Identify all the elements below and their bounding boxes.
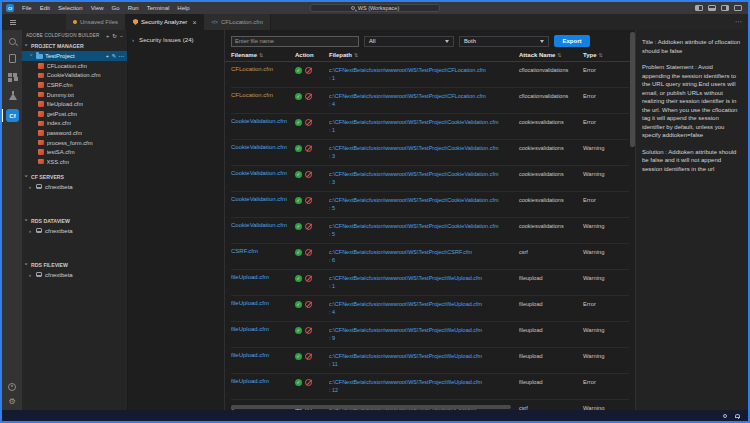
menu-item[interactable]: View: [87, 2, 108, 14]
issue-filepath-link[interactable]: c:\CFNextBeta\cfusion\wwwroot\WS\TestPro…: [329, 92, 519, 108]
issue-filepath-link[interactable]: c:\CFNextBeta\cfusion\wwwroot\WS\TestPro…: [329, 248, 519, 264]
issue-filename-link[interactable]: fileUpload.cfm: [231, 300, 295, 306]
accept-issue-icon[interactable]: [295, 145, 302, 152]
file-tree-item[interactable]: CookieValidation.cfm: [22, 71, 127, 81]
table-row[interactable]: CookieValidation.cfm c:\CFNextBeta\cfusi…: [231, 114, 629, 140]
toggle-sidebar-icon[interactable]: [695, 5, 703, 11]
issue-filename-link[interactable]: CookieValidation.cfm: [231, 118, 295, 124]
menu-item[interactable]: Go: [108, 2, 124, 14]
server-tree-item[interactable]: › cfnextbeta: [22, 270, 127, 280]
server-tree-item[interactable]: › cfnextbeta: [22, 226, 127, 236]
table-row[interactable]: CookieValidation.cfm c:\CFNextBeta\cfusi…: [231, 166, 629, 192]
dismiss-issue-icon[interactable]: [305, 301, 312, 308]
dismiss-issue-icon[interactable]: [305, 353, 312, 360]
table-row[interactable]: CFLocation.cfm c:\CFNextBeta\cfusion\www…: [231, 88, 629, 114]
collapse-all-icon[interactable]: −: [120, 33, 123, 39]
sort-icon[interactable]: ⇅: [599, 52, 603, 58]
issue-filepath-link[interactable]: c:\CFNextBeta\cfusion\wwwroot\WS\TestPro…: [329, 274, 519, 290]
menu-item[interactable]: Terminal: [143, 2, 174, 14]
issue-filename-link[interactable]: CookieValidation.cfm: [231, 196, 295, 202]
more-icon[interactable]: ⋯: [119, 53, 125, 59]
account-icon[interactable]: [8, 383, 16, 391]
issue-filename-link[interactable]: CookieValidation.cfm: [231, 222, 295, 228]
accept-issue-icon[interactable]: [295, 119, 302, 126]
table-row[interactable]: CookieValidation.cfm c:\CFNextBeta\cfusi…: [231, 218, 629, 244]
issue-filepath-link[interactable]: c:\CFNextBeta\cfusion\wwwroot\WS\TestPro…: [329, 66, 519, 82]
file-tree-item[interactable]: index.cfm: [22, 119, 127, 129]
file-tree-item[interactable]: fileUpload.cfm: [22, 99, 127, 109]
file-tree-item[interactable]: process_form.cfm: [22, 138, 127, 148]
activity-extensions[interactable]: [2, 72, 22, 82]
menu-item[interactable]: Run: [124, 2, 143, 14]
toggle-secondary-sidebar-icon[interactable]: [721, 5, 729, 11]
issue-filename-link[interactable]: fileUpload.cfm: [231, 274, 295, 280]
menu-item[interactable]: Help: [173, 2, 193, 14]
table-row[interactable]: fileUpload.cfm c:\CFNextBeta\cfusion\www…: [231, 322, 629, 348]
settings-gear-icon[interactable]: ⚙: [8, 398, 15, 406]
activity-explorer[interactable]: [2, 54, 22, 63]
more-actions-icon[interactable]: ⋯: [729, 14, 748, 30]
notifications-bell-icon[interactable]: [735, 414, 740, 418]
table-row[interactable]: fileUpload.cfm c:\CFNextBeta\cfusion\www…: [231, 348, 629, 374]
issue-filename-link[interactable]: CSRF.cfm: [231, 248, 295, 254]
file-tree-item[interactable]: testSA.cfm: [22, 147, 127, 157]
accept-issue-icon[interactable]: [295, 327, 302, 334]
activity-search[interactable]: [2, 38, 22, 45]
issue-filepath-link[interactable]: c:\CFNextBeta\cfusion\wwwroot\WS\TestPro…: [329, 222, 519, 238]
file-tree-item[interactable]: getPost.cfm: [22, 109, 127, 119]
issue-filepath-link[interactable]: c:\CFNextBeta\cfusion\wwwroot\WS\TestPro…: [329, 196, 519, 212]
menu-item[interactable]: Edit: [36, 2, 54, 14]
security-issues-header[interactable]: › Security Issues (24): [128, 36, 224, 43]
activity-coldfusion[interactable]: Cf: [2, 109, 22, 122]
activity-test[interactable]: [2, 91, 22, 100]
accept-issue-icon[interactable]: [295, 249, 302, 256]
issue-filename-link[interactable]: CookieValidation.cfm: [231, 170, 295, 176]
accept-issue-icon[interactable]: [295, 379, 302, 386]
issue-filename-link[interactable]: fileUpload.cfm: [231, 326, 295, 332]
sidebar-section-header[interactable]: › CF SERVERS: [22, 172, 127, 182]
table-row[interactable]: CFLocation.cfm c:\CFNextBeta\cfusion\www…: [231, 62, 629, 88]
dismiss-issue-icon[interactable]: [305, 197, 312, 204]
list-icon[interactable]: [10, 20, 16, 25]
dismiss-issue-icon[interactable]: [305, 275, 312, 282]
issue-filepath-link[interactable]: c:\CFNextBeta\cfusion\wwwroot\WS\TestPro…: [329, 326, 519, 342]
issue-filename-link[interactable]: CFLocation.cfm: [231, 66, 295, 72]
close-icon[interactable]: ×: [192, 19, 196, 26]
sort-icon[interactable]: ⇅: [354, 52, 358, 58]
status-indicator-icon[interactable]: [723, 414, 727, 418]
accept-issue-icon[interactable]: [295, 197, 302, 204]
sidebar-section-header[interactable]: › RDS FILEVIEW: [22, 260, 127, 270]
issue-filename-link[interactable]: CookieValidation.cfm: [231, 144, 295, 150]
server-tree-item[interactable]: › cfnextbeta: [22, 182, 127, 192]
file-tree-item[interactable]: XSS.cfm: [22, 157, 127, 167]
accept-issue-icon[interactable]: [295, 93, 302, 100]
issue-filepath-link[interactable]: c:\CFNextBeta\cfusion\wwwroot\WS\TestPro…: [329, 300, 519, 316]
accept-issue-icon[interactable]: [295, 301, 302, 308]
vertical-scrollbar[interactable]: [630, 32, 635, 147]
filename-filter-input[interactable]: [231, 36, 359, 47]
sort-icon[interactable]: ⇅: [259, 52, 263, 58]
table-row[interactable]: fileUpload.cfm c:\CFNextBeta\cfusion\www…: [231, 374, 629, 400]
file-tree-item[interactable]: Dummy.txt: [22, 90, 127, 100]
toggle-panel-icon[interactable]: [708, 5, 716, 11]
add-icon[interactable]: +: [106, 53, 109, 59]
severity-dropdown[interactable]: All: [364, 36, 454, 47]
tree-item-testproject[interactable]: › TestProject + ✎ ⋯: [22, 51, 127, 61]
table-row[interactable]: CookieValidation.cfm c:\CFNextBeta\cfusi…: [231, 192, 629, 218]
file-tree-item[interactable]: CSRF.cfm: [22, 80, 127, 90]
table-row[interactable]: fileUpload.cfm c:\CFNextBeta\cfusion\www…: [231, 296, 629, 322]
table-row[interactable]: CSRF.cfm c:\CFNextBeta\cfusion\wwwroot\W…: [231, 244, 629, 270]
menu-item[interactable]: File: [18, 2, 36, 14]
dismiss-issue-icon[interactable]: [305, 93, 312, 100]
tab-unsaved-files[interactable]: Unsaved Files: [66, 14, 126, 30]
scope-dropdown[interactable]: Both: [459, 36, 549, 47]
issue-filename-link[interactable]: CFLocation.cfm: [231, 92, 295, 98]
accept-issue-icon[interactable]: [295, 275, 302, 282]
issue-filepath-link[interactable]: c:\CFNextBeta\cfusion\wwwroot\WS\TestPro…: [329, 144, 519, 160]
export-button[interactable]: Export: [554, 35, 590, 47]
file-tree-item[interactable]: CFLocation.cfm: [22, 61, 127, 71]
dismiss-issue-icon[interactable]: [305, 67, 312, 74]
accept-issue-icon[interactable]: [295, 223, 302, 230]
table-row[interactable]: CookieValidation.cfm c:\CFNextBeta\cfusi…: [231, 140, 629, 166]
menu-item[interactable]: Selection: [54, 2, 87, 14]
